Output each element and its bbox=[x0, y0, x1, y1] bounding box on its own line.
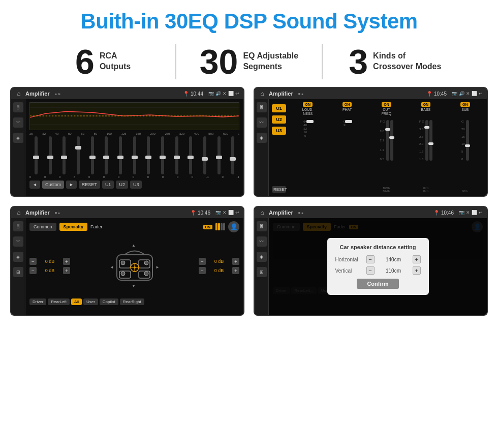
topbar-speaker-icons: 📷 ✕ ⬜ ↩ bbox=[215, 210, 239, 215]
sidebar-expand-icon-3[interactable]: ⊞ bbox=[13, 267, 23, 277]
u1-preset-btn[interactable]: U1 bbox=[272, 104, 286, 112]
specialty-tab[interactable]: Specialty bbox=[59, 223, 88, 231]
sidebar-vol-icon-4[interactable]: ◈ bbox=[257, 252, 267, 262]
screen-eq: ⌂ Amplifier ● ► 📍 10:44 📷 🔊 ✕ ⬜ ↩ 🎛 〰 ◈ bbox=[10, 87, 244, 197]
vol-val-bl: 0 dB bbox=[38, 268, 61, 273]
vol-bottom-right: − 0 dB + bbox=[199, 267, 239, 274]
svg-point-15 bbox=[144, 272, 148, 276]
sidebar-vol-icon-3[interactable]: ◈ bbox=[13, 252, 23, 262]
stats-row: 6 RCAOutputs 30 EQ AdjustableSegments 3 … bbox=[0, 39, 498, 87]
fader-label: Fader bbox=[90, 224, 200, 229]
vol-bottom-left: − 0 dB + bbox=[29, 267, 70, 274]
topbar-dialog-title: Amplifier bbox=[269, 210, 293, 216]
common-tab[interactable]: Common bbox=[29, 223, 56, 231]
stat-crossover-number: 3 bbox=[349, 44, 368, 79]
topbar-eq-time: 📍 10:44 bbox=[183, 91, 203, 97]
vol-top-right: − 0 dB + bbox=[199, 258, 239, 265]
vol-minus-tr[interactable]: − bbox=[199, 258, 206, 265]
bass-on-badge: ON bbox=[421, 102, 431, 107]
driver-btn[interactable]: Driver bbox=[29, 298, 46, 305]
rear-left-btn[interactable]: RearLeft bbox=[48, 298, 70, 305]
screen-dialog: ⌂ Amplifier ■ ● 📍 10:46 📷 ✕ ⬜ ↩ 🎛 〰 ◈ ⊞ bbox=[254, 206, 488, 316]
cutfreq-label: CUTFREQ bbox=[382, 108, 391, 118]
topbar-speaker-title: Amplifier bbox=[25, 210, 50, 216]
vol-plus-tr[interactable]: + bbox=[232, 258, 239, 265]
svg-point-13 bbox=[144, 261, 148, 265]
stat-rca: 6 RCAOutputs bbox=[30, 44, 175, 79]
home-icon-4[interactable]: ⌂ bbox=[259, 209, 266, 216]
horizontal-value: 140cm bbox=[378, 257, 410, 262]
stat-rca-label: RCAOutputs bbox=[100, 51, 131, 72]
rear-right-btn[interactable]: RearRight bbox=[120, 298, 144, 305]
car-diagram-svg: ▲ ▼ ◄ ► bbox=[109, 245, 160, 288]
vol-plus-br[interactable]: + bbox=[232, 267, 239, 274]
reset-btn-u[interactable]: RESET bbox=[272, 186, 286, 193]
vol-top-left: − 0 dB + bbox=[29, 258, 70, 265]
vol-plus-tl[interactable]: + bbox=[63, 258, 70, 265]
topbar-u-title: Amplifier bbox=[269, 91, 293, 97]
phat-on-badge: ON bbox=[343, 102, 352, 107]
topbar-u-time: 📍 10:45 bbox=[426, 91, 447, 97]
vertical-label: Vertical bbox=[335, 268, 363, 274]
horizontal-plus-btn[interactable]: + bbox=[413, 255, 421, 263]
distance-dialog: Car speaker distance setting Horizontal … bbox=[327, 238, 429, 295]
sidebar-eq-icon-3[interactable]: 🎛 bbox=[13, 221, 23, 231]
topbar-dialog: ⌂ Amplifier ■ ● 📍 10:46 📷 ✕ ⬜ ↩ bbox=[255, 207, 487, 218]
horizontal-minus-btn[interactable]: − bbox=[366, 255, 375, 263]
phat-label: PHAT bbox=[343, 108, 352, 118]
vol-minus-tl[interactable]: − bbox=[29, 258, 37, 265]
vol-minus-bl[interactable]: − bbox=[29, 267, 37, 274]
u2-preset-btn[interactable]: U2 bbox=[272, 115, 286, 124]
sidebar-wave-icon-2[interactable]: 〰 bbox=[257, 117, 267, 128]
vertical-minus-btn[interactable]: − bbox=[366, 266, 375, 275]
stat-rca-number: 6 bbox=[75, 44, 95, 79]
stat-eq-number: 30 bbox=[200, 44, 238, 79]
eq-play-btn[interactable]: ► bbox=[66, 181, 77, 189]
sidebar-wave-icon-3[interactable]: 〰 bbox=[13, 236, 23, 247]
screen-u-channels: ⌂ Amplifier ■ ● 📍 10:45 📷 🔊 ✕ ⬜ ↩ 🎛 〰 ◈ bbox=[254, 87, 488, 197]
user-btn[interactable]: User bbox=[83, 298, 98, 305]
copilot-btn[interactable]: Copilot bbox=[100, 298, 118, 305]
sidebar-vol-icon[interactable]: ◈ bbox=[13, 133, 23, 143]
horizontal-row: Horizontal − 140cm + bbox=[335, 255, 421, 263]
fader-on-badge: ON bbox=[203, 225, 213, 229]
home-icon-2[interactable]: ⌂ bbox=[259, 90, 266, 97]
sidebar-wave-icon-4[interactable]: 〰 bbox=[257, 236, 267, 247]
screen-speaker: ⌂ Amplifier ■ ● 📍 10:46 📷 ✕ ⬜ ↩ 🎛 〰 ◈ ⊞ … bbox=[10, 206, 244, 316]
home-icon-3[interactable]: ⌂ bbox=[15, 209, 22, 216]
svg-text:◄: ◄ bbox=[110, 265, 114, 270]
confirm-button[interactable]: Confirm bbox=[357, 279, 398, 289]
topbar-eq-icons: 📷 🔊 ✕ ⬜ ↩ bbox=[208, 91, 239, 96]
all-btn[interactable]: All bbox=[71, 298, 82, 305]
eq-u3-btn[interactable]: U3 bbox=[130, 181, 142, 189]
stat-eq-label: EQ AdjustableSegments bbox=[243, 51, 298, 72]
vol-val-tl: 0 dB bbox=[38, 259, 61, 264]
u3-preset-btn[interactable]: U3 bbox=[272, 127, 286, 135]
eq-u1-btn[interactable]: U1 bbox=[102, 181, 114, 189]
sidebar-eq-icon-4[interactable]: 🎛 bbox=[257, 221, 267, 231]
eq-prev-btn[interactable]: ◄ bbox=[29, 181, 40, 189]
person-icon: 👤 bbox=[228, 221, 239, 232]
vol-minus-br[interactable]: − bbox=[199, 267, 206, 274]
vol-plus-bl[interactable]: + bbox=[63, 267, 70, 274]
eq-custom-btn[interactable]: Custom bbox=[42, 181, 64, 189]
sidebar-vol-icon-2[interactable]: ◈ bbox=[257, 133, 267, 143]
eq-graph bbox=[29, 102, 239, 130]
vol-val-br: 0 dB bbox=[207, 268, 231, 273]
sub-label: SUB bbox=[461, 108, 469, 118]
bass-label: BASS bbox=[421, 108, 431, 118]
sidebar-wave-icon[interactable]: 〰 bbox=[13, 117, 23, 128]
vertical-plus-btn[interactable]: + bbox=[413, 266, 421, 275]
svg-point-12 bbox=[121, 261, 125, 265]
sidebar-eq-icon-2[interactable]: 🎛 bbox=[257, 102, 267, 112]
eq-u2-btn[interactable]: U2 bbox=[116, 181, 128, 189]
sidebar-eq-icon[interactable]: 🎛 bbox=[13, 102, 23, 112]
home-icon[interactable]: ⌂ bbox=[15, 90, 22, 97]
page-title: Buith-in 30EQ DSP Sound System bbox=[0, 0, 498, 39]
sidebar-expand-icon-4[interactable]: ⊞ bbox=[257, 267, 267, 277]
stat-eq: 30 EQ AdjustableSegments bbox=[176, 44, 321, 79]
dialog-title: Car speaker distance setting bbox=[335, 244, 421, 250]
screens-grid: ⌂ Amplifier ● ► 📍 10:44 📷 🔊 ✕ ⬜ ↩ 🎛 〰 ◈ bbox=[0, 87, 498, 321]
topbar-speaker: ⌂ Amplifier ■ ● 📍 10:46 📷 ✕ ⬜ ↩ bbox=[11, 207, 243, 218]
eq-reset-btn[interactable]: RESET bbox=[79, 181, 100, 189]
